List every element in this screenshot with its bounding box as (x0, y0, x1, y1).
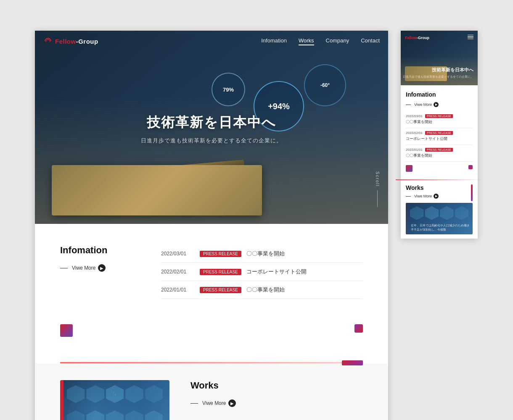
works-image: 🔧 (60, 380, 169, 420)
hex-cell (86, 385, 104, 403)
side-news-badge-2: PRESS RELEASE (425, 131, 453, 135)
side-works-view-more-arrow: ▶ (434, 194, 439, 199)
side-news-date-3: 2022/01/01 (406, 148, 423, 152)
side-news-badge-1: PRESS RELEASE (425, 114, 453, 118)
news-badge-2: PRESS RELEASE (200, 269, 241, 275)
side-logo-text: Fellow-Group (405, 36, 429, 40)
side-works-title: Works (406, 184, 473, 191)
news-badge-1: PRESS RELEASE (200, 251, 241, 257)
hex-cell (67, 385, 85, 403)
side-hero: Fellow-Group 技術革新を日本中へ 日進月歩で進も技術革新を必要とする… (401, 31, 478, 85)
side-news-badge-3: PRESS RELEASE (425, 148, 453, 152)
side-news-item-1[interactable]: 2022/03/01 PRESS RELEASE 〇〇事業を開始 (406, 111, 473, 128)
side-panel: Fellow-Group 技術革新を日本中へ 日進月歩で進も技術革新を必要とする… (401, 31, 478, 239)
logo: Fellow-Group (43, 37, 98, 46)
side-news-header-3: 2022/01/01 PRESS RELEASE (406, 148, 473, 152)
hex-cell (145, 410, 163, 420)
deco-square-right (354, 324, 363, 333)
hex-cell: 🔧 (106, 385, 124, 403)
hamburger-line-1 (468, 35, 473, 36)
nav-company[interactable]: Company (326, 37, 349, 45)
side-nav: Fellow-Group (401, 31, 478, 43)
scroll-indicator: Scroll (375, 171, 380, 207)
news-text-3: 〇〇事業を開始 (246, 286, 285, 294)
side-news-text-2: コーポレートサイト公開 (406, 136, 473, 142)
view-more-arrow: ▶ (98, 264, 106, 272)
hero-text: 技術革新を日本中へ 日進月歩で進も技術革新を必要とする全ての企業に。 (141, 113, 282, 144)
hamburger-line-2 (468, 37, 473, 37)
info-title: Infomation (60, 245, 136, 256)
machine-body (52, 165, 262, 215)
side-deco (406, 162, 473, 173)
main-nav: Fellow-Group Infomation Works Company Co… (35, 31, 388, 52)
side-works-text: 近年、日本では高齢化や人口減少のため働き手不足が深刻化し、今後数 (411, 223, 470, 232)
side-news-date-1: 2022/03/01 (406, 114, 423, 118)
scroll-line (377, 190, 378, 207)
info-right: 2022/03/01 PRESS RELEASE 〇〇事業を開始 2022/02… (161, 245, 363, 299)
logo-icon (43, 37, 53, 46)
side-works-view-more[interactable]: Viwe More ▶ (406, 194, 473, 199)
side-news-text-1: 〇〇事業を開始 (406, 119, 473, 125)
news-item-1[interactable]: 2022/03/01 PRESS RELEASE 〇〇事業を開始 (161, 245, 363, 263)
nav-infomation[interactable]: Infomation (261, 37, 287, 45)
side-info-title: Infomation (406, 91, 473, 98)
side-hex-cell (410, 206, 424, 220)
hex-cell (67, 410, 85, 420)
hex-cell (86, 410, 104, 420)
hero-subtitle: 日進月歩で進も技術革新を必要とする全ての企業に。 (141, 137, 282, 144)
hex-cell (106, 410, 124, 420)
side-news-item-3[interactable]: 2022/01/01 PRESS RELEASE 〇〇事業を開始 (406, 145, 473, 162)
news-date-2: 2022/02/01 (161, 269, 195, 275)
side-news-header-2: 2022/02/01 PRESS RELEASE (406, 131, 473, 135)
logo-text: Fellow-Group (55, 38, 98, 45)
side-news-header-1: 2022/03/01 PRESS RELEASE (406, 114, 473, 118)
hex-cell (145, 385, 163, 403)
hex-grid: 🔧 (60, 380, 169, 420)
hud-circle-2: 79% (212, 73, 245, 106)
side-hex-cell (425, 206, 439, 220)
side-info-content: Infomation Viwe More ▶ 2022/03/01 PRESS … (401, 85, 478, 179)
side-hex-cell (455, 206, 469, 220)
main-window: +94% 79% -60° Fellow-Group Infomation Wo… (35, 31, 388, 420)
nav-contact[interactable]: Contact (361, 37, 380, 45)
works-view-more[interactable]: Viwe More ▶ (190, 399, 363, 407)
side-hero-subtitle: 日進月歩で進も技術革新を必要とする全ての企業に。 (403, 75, 473, 79)
scroll-label: Scroll (375, 171, 380, 187)
content-section: Infomation Viwe More ▶ 2022/03/01 PRESS … (35, 224, 388, 362)
news-item-2[interactable]: 2022/02/01 PRESS RELEASE コーポレートサイト公開 (161, 263, 363, 281)
news-date-3: 2022/01/01 (161, 287, 195, 293)
news-item-3[interactable]: 2022/01/01 PRESS RELEASE 〇〇事業を開始 (161, 281, 363, 299)
side-deco-sq-right (468, 165, 473, 169)
hex-cell (125, 385, 143, 403)
side-view-more[interactable]: Viwe More ▶ (406, 102, 473, 107)
deco-squares (60, 320, 363, 345)
nav-works[interactable]: Works (299, 37, 314, 45)
news-text-2: コーポレートサイト公開 (246, 268, 307, 276)
info-view-more[interactable]: Viwe More ▶ (60, 264, 136, 272)
works-view-more-arrow: ▶ (228, 399, 236, 407)
info-section: Infomation Viwe More ▶ 2022/03/01 PRESS … (60, 245, 363, 299)
news-date-1: 2022/03/01 (161, 251, 195, 257)
news-text-1: 〇〇事業を開始 (246, 250, 285, 257)
hex-cell (125, 410, 143, 420)
side-view-more-arrow: ▶ (434, 102, 439, 107)
side-works-image: 近年、日本では高齢化や人口減少のため働き手不足が深刻化し、今後数 (406, 203, 473, 234)
side-news-item-2[interactable]: 2022/02/01 PRESS RELEASE コーポレートサイト公開 (406, 128, 473, 145)
side-news-text-3: 〇〇事業を開始 (406, 153, 473, 158)
nav-links: Infomation Works Company Contact (261, 37, 380, 45)
info-left: Infomation Viwe More ▶ (60, 245, 136, 299)
hero-section: +94% 79% -60° Fellow-Group Infomation Wo… (35, 31, 388, 224)
side-works-section: Works Viwe More ▶ 近年、日本では高齢化や人口減少のため働き手不… (401, 180, 478, 239)
side-hex-cell (440, 206, 454, 220)
side-logo: Fellow-Group (405, 33, 429, 41)
side-deco-sq-left (406, 165, 413, 172)
deco-square-left (60, 324, 73, 337)
side-works-accent (471, 184, 473, 201)
works-right: Works Viwe More ▶ (190, 380, 363, 407)
news-badge-3: PRESS RELEASE (200, 287, 241, 293)
side-news-date-2: 2022/02/01 (406, 131, 423, 135)
hamburger-menu[interactable] (468, 35, 473, 39)
hud-circle-3: -60° (304, 64, 346, 106)
hero-title: 技術革新を日本中へ (141, 113, 282, 132)
works-title: Works (190, 380, 363, 391)
